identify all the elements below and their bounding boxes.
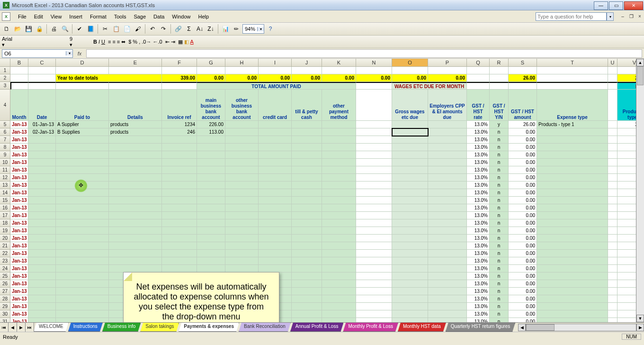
chevron-down-icon[interactable]: ▾: [2, 42, 68, 48]
cell-date[interactable]: [28, 265, 56, 272]
cell-month[interactable]: Jan-13: [10, 265, 28, 272]
cell-expense-type[interactable]: [537, 310, 608, 318]
cell-credit[interactable]: [259, 204, 292, 212]
cell-main-bank[interactable]: [197, 204, 225, 212]
increase-indent-icon[interactable]: ⇥: [171, 39, 175, 45]
cell-gst-amount[interactable]: 0.00: [509, 303, 537, 310]
cell-gst-rate[interactable]: 13.0%: [467, 197, 490, 204]
cell-expense-type[interactable]: [537, 136, 608, 144]
cell-gross-wages[interactable]: [392, 257, 428, 265]
cell-till[interactable]: [292, 212, 322, 219]
row-header-17[interactable]: 17: [0, 212, 10, 219]
sheet-tab[interactable]: Monthly HST data: [398, 323, 446, 332]
cell-spacer2[interactable]: [608, 280, 617, 288]
cell-cpp-ei[interactable]: [428, 303, 467, 310]
cell-gross-wages[interactable]: [392, 318, 428, 322]
cell-gst-rate[interactable]: 13.0%: [467, 128, 490, 136]
cell[interactable]: [490, 67, 509, 74]
ytd-U[interactable]: [608, 74, 617, 82]
cell-gross-wages[interactable]: [392, 204, 428, 212]
row-header-25[interactable]: 25: [0, 272, 10, 280]
cell-credit[interactable]: [259, 136, 292, 144]
sheet-tab[interactable]: Payments & expenses: [179, 323, 239, 332]
cell-spacer2[interactable]: [608, 227, 617, 235]
cell-details[interactable]: [109, 204, 162, 212]
cell-paidto[interactable]: [56, 197, 109, 204]
cell-expense-type[interactable]: [537, 144, 608, 151]
cell-credit[interactable]: [259, 212, 292, 219]
cell-paidto[interactable]: [56, 212, 109, 219]
cell-month[interactable]: Jan-13: [10, 310, 28, 318]
cell-gst-amount[interactable]: 0.00: [509, 166, 537, 174]
format-painter-icon[interactable]: 🖌: [133, 24, 143, 34]
bold-icon[interactable]: B: [93, 39, 97, 45]
cell-paidto[interactable]: [56, 235, 109, 242]
cell-gst-yn[interactable]: n: [490, 295, 509, 303]
cell[interactable]: [109, 67, 162, 74]
cell-other-pay[interactable]: [322, 272, 356, 280]
cell-invoice[interactable]: [162, 204, 197, 212]
cell-gross-wages[interactable]: [392, 288, 428, 295]
cell-gst-rate[interactable]: 13.0%: [467, 204, 490, 212]
cell-gst-yn[interactable]: n: [490, 318, 509, 322]
cell-other-bank[interactable]: [225, 159, 259, 166]
cell-gst-yn[interactable]: n: [490, 257, 509, 265]
cell-month[interactable]: Jan-13: [10, 257, 28, 265]
cell-gross-wages[interactable]: [392, 189, 428, 197]
sort-desc-icon[interactable]: Z↓: [206, 24, 215, 34]
vertical-scrollbar[interactable]: ▲ ▼: [636, 59, 644, 322]
scroll-down-icon[interactable]: ▼: [636, 315, 644, 322]
cell-other-bank[interactable]: [225, 151, 259, 159]
cell-invoice[interactable]: [162, 212, 197, 219]
row-header-10[interactable]: 10: [0, 159, 10, 166]
row-header-26[interactable]: 26: [0, 280, 10, 288]
cell-spacer2[interactable]: [608, 257, 617, 265]
row-header-22[interactable]: 22: [0, 250, 10, 257]
col-header-C[interactable]: C: [28, 59, 56, 67]
cell-details[interactable]: [109, 219, 162, 227]
cell-till[interactable]: [292, 227, 322, 235]
menu-edit[interactable]: Edit: [30, 12, 47, 21]
cell-spacer[interactable]: [356, 136, 392, 144]
cell-credit[interactable]: [259, 235, 292, 242]
cell-spacer2[interactable]: [608, 121, 617, 128]
cell-spacer[interactable]: [356, 303, 392, 310]
col-header-E[interactable]: E: [109, 59, 162, 67]
cell-gst-amount[interactable]: 0.00: [509, 136, 537, 144]
cell-gst-yn[interactable]: n: [490, 235, 509, 242]
cell-gst-amount[interactable]: 0.00: [509, 265, 537, 272]
cell-expense-type[interactable]: [537, 212, 608, 219]
row-header-24[interactable]: 24: [0, 265, 10, 272]
col-header-J[interactable]: J: [292, 59, 322, 67]
cell-gross-wages[interactable]: [392, 280, 428, 288]
cell[interactable]: [162, 82, 197, 90]
cell-gst-amount[interactable]: 0.00: [509, 128, 537, 136]
cell[interactable]: [10, 67, 28, 74]
cell-paidto[interactable]: [56, 250, 109, 257]
cell-paidto[interactable]: [56, 288, 109, 295]
cell-cpp-ei[interactable]: [428, 265, 467, 272]
cell-till[interactable]: [292, 242, 322, 250]
cell-invoice[interactable]: [162, 257, 197, 265]
cell-gst-amount[interactable]: 0.00: [509, 295, 537, 303]
cell-credit[interactable]: [259, 227, 292, 235]
cell-paidto[interactable]: [56, 151, 109, 159]
cell-invoice[interactable]: 246: [162, 128, 197, 136]
cell-details[interactable]: [109, 174, 162, 182]
cell-gst-yn[interactable]: n: [490, 151, 509, 159]
cell-gst-rate[interactable]: 13.0%: [467, 159, 490, 166]
cell-spacer[interactable]: [356, 288, 392, 295]
cell-gst-amount[interactable]: 0.00: [509, 204, 537, 212]
cell-gst-yn[interactable]: n: [490, 212, 509, 219]
col-header-O[interactable]: O: [392, 59, 428, 67]
cell-gross-wages[interactable]: [392, 197, 428, 204]
cell-date[interactable]: [28, 295, 56, 303]
cell-expense-type[interactable]: [537, 189, 608, 197]
cell-cpp-ei[interactable]: [428, 204, 467, 212]
cell-gst-rate[interactable]: 13.0%: [467, 280, 490, 288]
cell-details[interactable]: products: [109, 128, 162, 136]
col-header-D[interactable]: D: [56, 59, 109, 67]
cell-expense-type[interactable]: [537, 235, 608, 242]
ytd-P[interactable]: 0.00: [428, 74, 467, 82]
cell-gst-yn[interactable]: n: [490, 166, 509, 174]
